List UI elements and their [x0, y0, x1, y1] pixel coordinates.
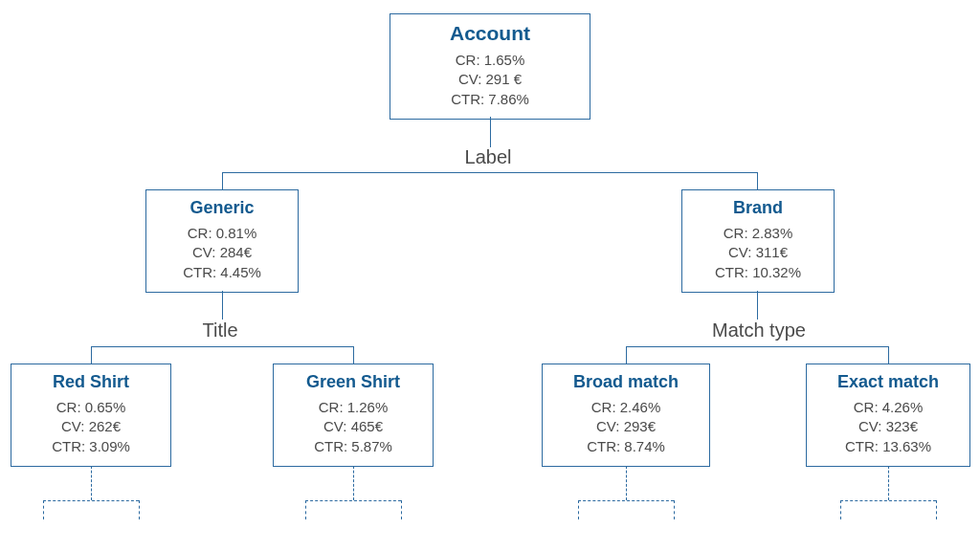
split-label-level1: Label [440, 146, 536, 168]
connector [757, 291, 758, 320]
connector [222, 172, 223, 189]
node-exact-match: Exact match CR: 4.26% CV: 323€ CTR: 13.6… [806, 364, 970, 467]
node-green-shirt: Green Shirt CR: 1.26% CV: 465€ CTR: 5.87… [273, 364, 434, 467]
connector-dashed [578, 500, 674, 501]
metric-cr: CR: 0.65% [17, 398, 165, 417]
metric-ctr: CTR: 13.63% [813, 437, 964, 456]
connector-dashed [305, 500, 306, 519]
node-broad-match: Broad match CR: 2.46% CV: 293€ CTR: 8.74… [542, 364, 710, 467]
metric-cr: CR: 2.83% [688, 224, 828, 243]
node-title: Green Shirt [279, 372, 427, 392]
split-label-title: Title [191, 320, 249, 342]
metric-ctr: CTR: 10.32% [688, 263, 828, 282]
connector-dashed [91, 466, 92, 500]
node-generic: Generic CR: 0.81% CV: 284€ CTR: 4.45% [145, 189, 299, 293]
node-account: Account CR: 1.65% CV: 291 € CTR: 7.86% [390, 13, 590, 120]
connector-dashed [626, 466, 627, 500]
connector-dashed [674, 500, 675, 519]
connector [757, 172, 758, 189]
metric-cr: CR: 1.26% [279, 398, 427, 417]
metric-cv: CV: 262€ [17, 417, 165, 436]
connector [222, 291, 223, 320]
node-title: Generic [152, 198, 292, 218]
metric-cr: CR: 4.26% [813, 398, 964, 417]
metric-cr: CR: 0.81% [152, 224, 292, 243]
connector [626, 346, 888, 347]
connector-dashed [840, 500, 841, 519]
metric-cv: CV: 465€ [279, 417, 427, 436]
metric-ctr: CTR: 8.74% [548, 437, 703, 456]
connector-dashed [353, 466, 354, 500]
split-label-match-type: Match type [702, 320, 816, 342]
metric-ctr: CTR: 7.86% [396, 90, 584, 109]
metric-ctr: CTR: 4.45% [152, 263, 292, 282]
node-red-shirt: Red Shirt CR: 0.65% CV: 262€ CTR: 3.09% [11, 364, 171, 467]
metric-cv: CV: 284€ [152, 243, 292, 262]
metric-cv: CV: 323€ [813, 417, 964, 436]
metric-cv: CV: 311€ [688, 243, 828, 262]
node-brand: Brand CR: 2.83% CV: 311€ CTR: 10.32% [681, 189, 835, 293]
connector-dashed [139, 500, 140, 519]
connector-dashed [43, 500, 44, 519]
connector [91, 346, 353, 347]
connector [626, 346, 627, 364]
metric-ctr: CTR: 5.87% [279, 437, 427, 456]
node-title: Exact match [813, 372, 964, 392]
metric-cv: CV: 293€ [548, 417, 703, 436]
connector-dashed [578, 500, 579, 519]
node-title: Red Shirt [17, 372, 165, 392]
connector [353, 346, 354, 364]
connector [222, 172, 758, 173]
connector [490, 117, 491, 147]
connector-dashed [305, 500, 401, 501]
metric-ctr: CTR: 3.09% [17, 437, 165, 456]
connector-dashed [840, 500, 936, 501]
node-title: Brand [688, 198, 828, 218]
connector-dashed [936, 500, 937, 519]
metric-cr: CR: 1.65% [396, 51, 584, 70]
metric-cr: CR: 2.46% [548, 398, 703, 417]
connector-dashed [888, 466, 889, 500]
node-title: Broad match [548, 372, 703, 392]
connector-dashed [43, 500, 139, 501]
connector-dashed [401, 500, 402, 519]
node-title: Account [396, 22, 584, 45]
metric-cv: CV: 291 € [396, 70, 584, 89]
connector [91, 346, 92, 364]
connector [888, 346, 889, 364]
